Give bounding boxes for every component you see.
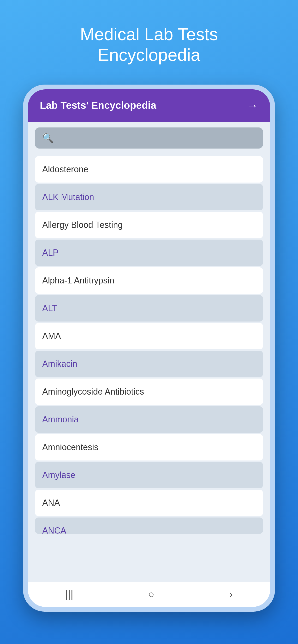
list-item[interactable]: Aminoglycoside Antibiotics (35, 378, 263, 405)
search-bar[interactable]: 🔍 (35, 128, 263, 148)
list-item[interactable]: Allergy Blood Testing (35, 212, 263, 238)
list-item[interactable]: ALT (35, 295, 263, 322)
list-container: Aldosterone ALK Mutation Allergy Blood T… (28, 154, 270, 582)
nav-back-icon[interactable]: ||| (65, 589, 73, 600)
nav-bar: ||| ○ › (28, 582, 270, 607)
search-bar-container: 🔍 (28, 122, 270, 154)
list-item[interactable]: Aldosterone (35, 156, 263, 182)
phone-frame: Lab Tests' Encyclopedia → 🔍 Aldosterone … (23, 84, 275, 612)
nav-home-icon[interactable]: ○ (148, 589, 154, 600)
list-item[interactable]: Amniocentesis (35, 434, 263, 460)
phone-inner: Lab Tests' Encyclopedia → 🔍 Aldosterone … (28, 89, 270, 607)
page-title: Medical Lab Tests Encyclopedia (41, 24, 257, 66)
list-item[interactable]: Amikacin (35, 351, 263, 377)
list-item[interactable]: ALK Mutation (35, 184, 263, 210)
list-item[interactable]: ANA (35, 490, 263, 516)
list-item[interactable]: Amylase (35, 462, 263, 488)
list-item-partial[interactable]: ANCA (35, 518, 263, 534)
app-header-title: Lab Tests' Encyclopedia (40, 100, 156, 111)
search-icon: 🔍 (42, 133, 54, 143)
list-item[interactable]: Ammonia (35, 406, 263, 433)
search-input[interactable] (58, 133, 256, 143)
list-item[interactable]: ALP (35, 240, 263, 266)
list-item[interactable]: Alpha-1 Antitrypsin (35, 268, 263, 294)
nav-forward-icon[interactable]: › (229, 589, 233, 600)
list-item[interactable]: AMA (35, 323, 263, 349)
app-header: Lab Tests' Encyclopedia → (28, 89, 270, 122)
header-arrow-icon[interactable]: → (247, 99, 258, 112)
